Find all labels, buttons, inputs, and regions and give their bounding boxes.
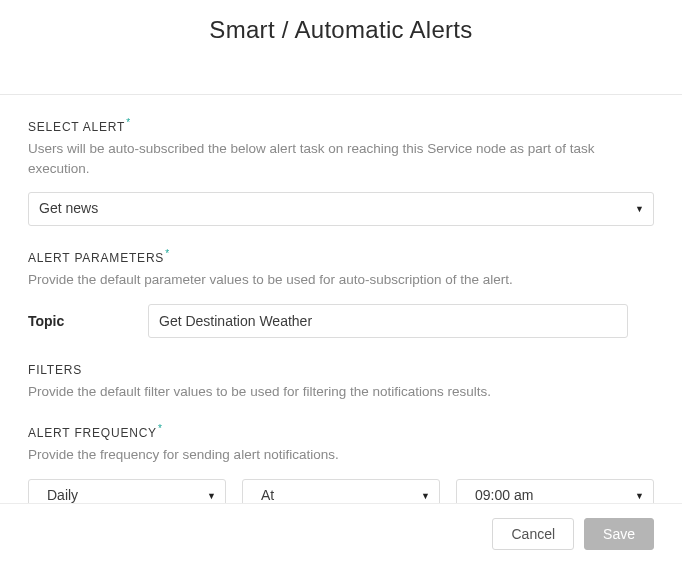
- alert-parameters-section: ALERT PARAMETERS* Provide the default pa…: [28, 248, 654, 338]
- topic-row: Topic: [28, 304, 654, 338]
- cancel-button[interactable]: Cancel: [492, 518, 574, 550]
- alert-frequency-section: ALERT FREQUENCY* Provide the frequency f…: [28, 423, 654, 513]
- topic-label: Topic: [28, 313, 148, 329]
- topic-input[interactable]: [148, 304, 628, 338]
- select-alert-dropdown-wrap: Get news ▼: [28, 192, 654, 226]
- alert-frequency-desc: Provide the frequency for sending alert …: [28, 445, 654, 465]
- page-title: Smart / Automatic Alerts: [0, 16, 682, 44]
- required-asterisk: *: [165, 248, 170, 259]
- alert-parameters-desc: Provide the default parameter values to …: [28, 270, 654, 290]
- dialog-content: SELECT ALERT* Users will be auto-subscri…: [0, 94, 682, 564]
- filters-desc: Provide the default filter values to be …: [28, 382, 654, 402]
- alert-parameters-label: ALERT PARAMETERS*: [28, 251, 169, 265]
- filters-label: FILTERS: [28, 363, 82, 377]
- save-button[interactable]: Save: [584, 518, 654, 550]
- select-alert-section: SELECT ALERT* Users will be auto-subscri…: [28, 117, 654, 226]
- select-alert-desc: Users will be auto-subscribed the below …: [28, 139, 654, 178]
- required-asterisk: *: [158, 423, 163, 434]
- alert-frequency-label: ALERT FREQUENCY*: [28, 426, 162, 440]
- required-asterisk: *: [126, 117, 131, 128]
- filters-section: FILTERS Provide the default filter value…: [28, 360, 654, 402]
- select-alert-label-text: SELECT ALERT: [28, 120, 125, 134]
- dialog-header: Smart / Automatic Alerts: [0, 0, 682, 94]
- dialog-footer: Cancel Save: [0, 503, 682, 564]
- topic-input-wrap: [148, 304, 628, 338]
- alert-frequency-label-text: ALERT FREQUENCY: [28, 426, 157, 440]
- alert-parameters-label-text: ALERT PARAMETERS: [28, 251, 164, 265]
- select-alert-dropdown[interactable]: Get news: [28, 192, 654, 226]
- select-alert-label: SELECT ALERT*: [28, 120, 130, 134]
